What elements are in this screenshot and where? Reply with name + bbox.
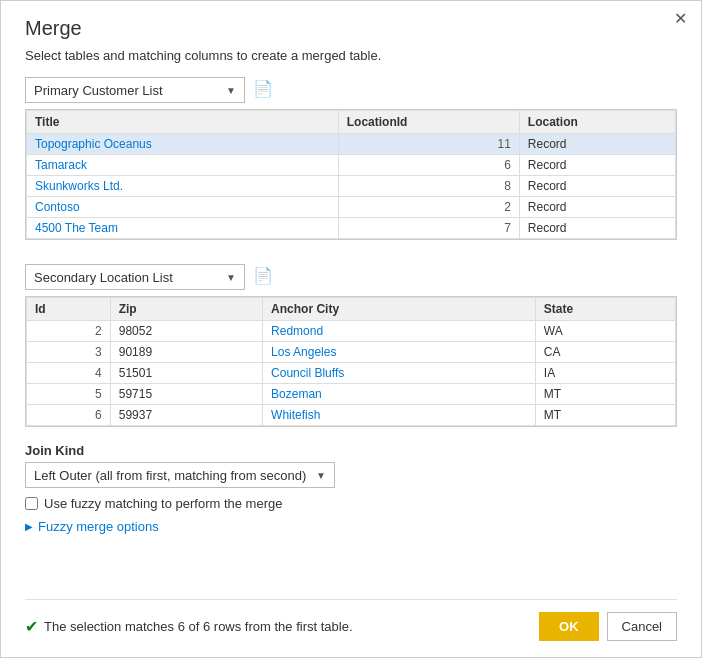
secondary-cell-zip: 59715 [110,384,262,405]
primary-cell-location: Record [519,155,675,176]
primary-table-row[interactable]: Contoso 2 Record [27,197,676,218]
secondary-cell-id: 4 [27,363,111,384]
secondary-cell-zip: 98052 [110,321,262,342]
secondary-dropdown-arrow: ▼ [226,272,236,283]
primary-dropdown[interactable]: Primary Customer List ▼ [25,77,245,103]
secondary-table-row[interactable]: 4 51501 Council Bluffs IA [27,363,676,384]
primary-col-locationid: LocationId [338,111,519,134]
primary-cell-title: Skunkworks Ltd. [27,176,339,197]
primary-cell-locationid: 6 [338,155,519,176]
fuzzy-checkbox-row: Use fuzzy matching to perform the merge [25,496,677,511]
primary-doc-icon[interactable]: 📄 [253,79,273,98]
footer-buttons: OK Cancel [539,612,677,641]
join-dropdown-arrow: ▼ [316,470,326,481]
check-icon: ✔ [25,617,38,636]
primary-cell-title: Contoso [27,197,339,218]
merge-dialog: ✕ Merge Select tables and matching colum… [0,0,702,658]
primary-cell-locationid: 11 [338,134,519,155]
secondary-table-header: Id Zip Anchor City State [27,298,676,321]
secondary-doc-icon[interactable]: 📄 [253,266,273,285]
fuzzy-options-label: Fuzzy merge options [38,519,159,534]
join-dropdown[interactable]: Left Outer (all from first, matching fro… [25,462,335,488]
dialog-subtitle: Select tables and matching columns to cr… [25,48,677,63]
secondary-cell-city: Council Bluffs [263,363,536,384]
footer-message-container: ✔ The selection matches 6 of 6 rows from… [25,617,539,636]
secondary-cell-id: 2 [27,321,111,342]
fuzzy-checkbox[interactable] [25,497,38,510]
secondary-cell-state: WA [535,321,675,342]
dialog-footer: ✔ The selection matches 6 of 6 rows from… [25,599,677,641]
secondary-cell-state: IA [535,363,675,384]
primary-table-row[interactable]: Tamarack 6 Record [27,155,676,176]
secondary-cell-state: MT [535,405,675,426]
secondary-col-city: Anchor City [263,298,536,321]
secondary-table-container: Id Zip Anchor City State 2 98052 Redmond… [25,296,677,427]
primary-table-container: Title LocationId Location Topographic Oc… [25,109,677,240]
cancel-button[interactable]: Cancel [607,612,677,641]
primary-cell-locationid: 7 [338,218,519,239]
primary-cell-title: 4500 The Team [27,218,339,239]
primary-dropdown-label: Primary Customer List [34,83,163,98]
secondary-cell-zip: 90189 [110,342,262,363]
primary-table-row[interactable]: Skunkworks Ltd. 8 Record [27,176,676,197]
primary-col-location: Location [519,111,675,134]
secondary-cell-city: Redmond [263,321,536,342]
primary-cell-location: Record [519,176,675,197]
secondary-cell-id: 6 [27,405,111,426]
primary-cell-location: Record [519,134,675,155]
secondary-cell-zip: 59937 [110,405,262,426]
secondary-cell-state: CA [535,342,675,363]
primary-table-row[interactable]: 4500 The Team 7 Record [27,218,676,239]
secondary-table: Id Zip Anchor City State 2 98052 Redmond… [26,297,676,426]
primary-section-row: Primary Customer List ▼ 📄 [25,77,677,103]
secondary-col-id: Id [27,298,111,321]
join-dropdown-label: Left Outer (all from first, matching fro… [34,468,306,483]
secondary-cell-state: MT [535,384,675,405]
secondary-table-row[interactable]: 6 59937 Whitefish MT [27,405,676,426]
close-button[interactable]: ✕ [674,11,687,27]
primary-cell-locationid: 2 [338,197,519,218]
secondary-table-row[interactable]: 2 98052 Redmond WA [27,321,676,342]
secondary-dropdown-label: Secondary Location List [34,270,173,285]
secondary-table-row[interactable]: 5 59715 Bozeman MT [27,384,676,405]
secondary-cell-city: Bozeman [263,384,536,405]
primary-section: Primary Customer List ▼ 📄 Title Location… [25,77,677,240]
secondary-dropdown[interactable]: Secondary Location List ▼ [25,264,245,290]
secondary-col-zip: Zip [110,298,262,321]
primary-table: Title LocationId Location Topographic Oc… [26,110,676,239]
fuzzy-expand-icon: ▶ [25,521,33,532]
primary-dropdown-arrow: ▼ [226,85,236,96]
primary-cell-location: Record [519,218,675,239]
dialog-title: Merge [25,17,677,40]
join-label: Join Kind [25,443,677,458]
primary-cell-locationid: 8 [338,176,519,197]
secondary-cell-city: Whitefish [263,405,536,426]
primary-col-title: Title [27,111,339,134]
secondary-section: Secondary Location List ▼ 📄 Id Zip Ancho… [25,264,677,427]
secondary-cell-id: 5 [27,384,111,405]
secondary-section-row: Secondary Location List ▼ 📄 [25,264,677,290]
primary-table-header: Title LocationId Location [27,111,676,134]
primary-cell-title: Topographic Oceanus [27,134,339,155]
ok-button[interactable]: OK [539,612,599,641]
join-section: Join Kind Left Outer (all from first, ma… [25,443,677,534]
footer-message: The selection matches 6 of 6 rows from t… [44,619,353,634]
secondary-col-state: State [535,298,675,321]
fuzzy-checkbox-label: Use fuzzy matching to perform the merge [44,496,282,511]
primary-table-row[interactable]: Topographic Oceanus 11 Record [27,134,676,155]
secondary-cell-zip: 51501 [110,363,262,384]
primary-cell-location: Record [519,197,675,218]
fuzzy-options-row[interactable]: ▶ Fuzzy merge options [25,519,677,534]
secondary-cell-city: Los Angeles [263,342,536,363]
secondary-table-row[interactable]: 3 90189 Los Angeles CA [27,342,676,363]
primary-cell-title: Tamarack [27,155,339,176]
secondary-cell-id: 3 [27,342,111,363]
